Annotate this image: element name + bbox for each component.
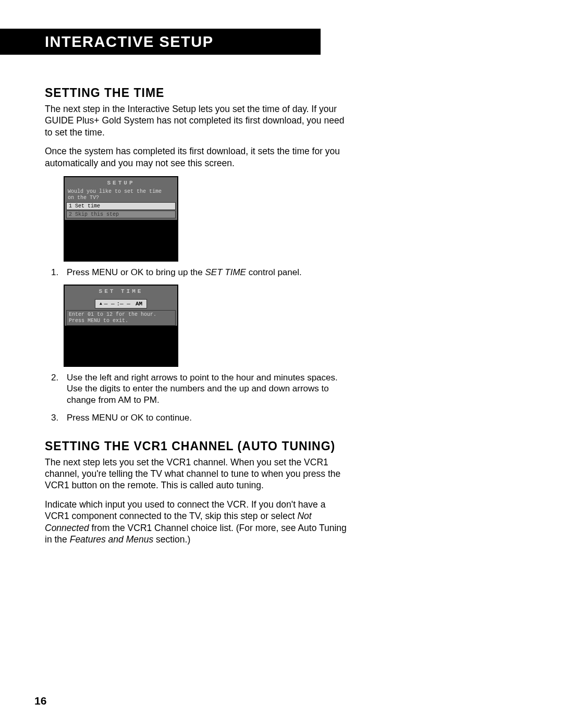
hour-placeholder: — —	[104, 301, 115, 307]
ampm-label: AM	[136, 301, 142, 307]
setup-option-set-time: 1 Set time	[66, 202, 176, 210]
set-time-screen: SET TIME ▲ — — :— — AM Enter 01 to 12 fo…	[64, 285, 178, 367]
time-input-row: ▲ — — :— — AM	[65, 296, 177, 310]
section-heading-setting-time: Setting the Time	[45, 86, 347, 100]
setup-screen-options: 1 Set time 2 Skip this step	[65, 202, 177, 220]
prompt-line: on the TV?	[68, 195, 99, 201]
instruction-steps: Press MENU or OK to bring up the SET TIM…	[45, 267, 347, 278]
step-text: control panel.	[246, 267, 302, 277]
setup-option-skip: 2 Skip this step	[66, 211, 176, 218]
help-line: Enter 01 to 12 for the hour.	[69, 312, 156, 317]
set-time-help: Enter 01 to 12 for the hour. Press MENU …	[66, 310, 176, 326]
section-heading-vcr1: Setting the VCR1 Channel (Auto Tuning)	[45, 439, 347, 453]
step-2: Use the left and right arrows to point t…	[45, 372, 347, 406]
minute-placeholder: :— —	[117, 301, 130, 307]
main-content: Setting the Time The next step in the In…	[45, 86, 347, 545]
text-emphasis: Features and Menus	[70, 534, 154, 545]
setup-screen-prompt: Would you like to set the time on the TV…	[65, 188, 177, 202]
help-line: Press MENU to exit.	[69, 318, 128, 324]
text-run: Indicate which input you used to connect…	[45, 499, 325, 521]
set-time-screen-title: SET TIME	[65, 286, 177, 296]
time-input-box: ▲ — — :— — AM	[95, 299, 147, 309]
instruction-steps-cont: Use the left and right arrows to point t…	[45, 372, 347, 424]
paragraph: Once the system has completed its first …	[45, 145, 347, 169]
paragraph: The next step in the Interactive Setup l…	[45, 103, 347, 138]
paragraph: Indicate which input you used to connect…	[45, 499, 347, 546]
page-number: 16	[34, 695, 46, 707]
setup-screen: SETUP Would you like to set the time on …	[64, 176, 178, 262]
screen-black-area	[65, 327, 177, 366]
text-run: section.)	[153, 534, 190, 545]
step-1: Press MENU or OK to bring up the SET TIM…	[45, 267, 347, 278]
setup-screen-title: SETUP	[65, 177, 177, 188]
step-text: Press MENU or OK to bring up the	[67, 267, 205, 277]
step-text-emphasis: SET TIME	[205, 267, 246, 277]
screen-black-area	[65, 220, 177, 261]
chapter-title: Interactive Setup	[45, 33, 214, 51]
paragraph: The next step lets you set the VCR1 chan…	[45, 456, 347, 491]
step-3: Press MENU or OK to continue.	[45, 412, 347, 424]
prompt-line: Would you like to set the time	[68, 189, 162, 194]
chapter-title-bar: Interactive Setup	[0, 29, 321, 55]
up-arrow-icon: ▲	[100, 302, 102, 306]
